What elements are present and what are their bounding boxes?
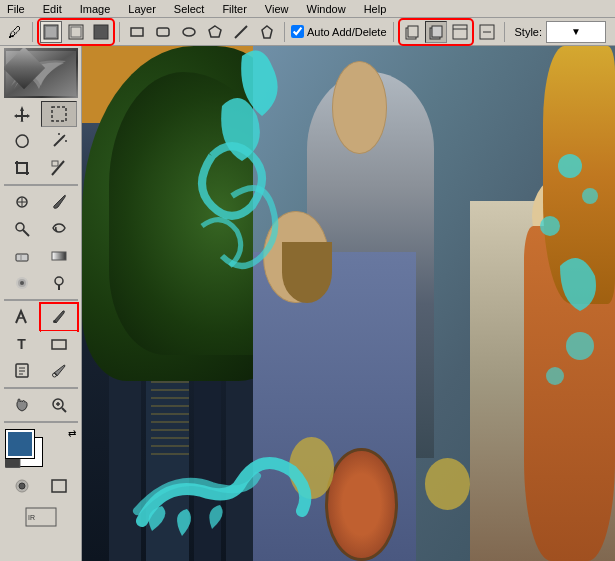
tool-row-6 [4, 243, 78, 269]
svg-rect-1 [46, 27, 56, 37]
auto-add-delete-label[interactable]: Auto Add/Delete [291, 25, 387, 38]
tool-row-hand [4, 392, 78, 418]
copy-btn-3[interactable] [449, 21, 471, 43]
tool-row-pen [4, 304, 78, 330]
drums-area [289, 355, 470, 561]
custom-shape-btn[interactable] [256, 21, 278, 43]
menu-bar: File Edit Image Layer Select Filter View… [0, 0, 615, 18]
menu-item-file[interactable]: File [4, 3, 28, 15]
tool-row-modes [4, 473, 78, 499]
magic-wand-btn[interactable] [41, 128, 77, 154]
svg-rect-3 [71, 27, 81, 37]
tool-row-3 [4, 155, 78, 181]
swap-colors-btn[interactable]: ⇄ [68, 428, 76, 439]
tool-row-4 [4, 189, 78, 215]
slice-tool-btn[interactable] [41, 155, 77, 181]
zoom-tool-btn[interactable] [41, 392, 77, 418]
extra-btn[interactable] [476, 21, 498, 43]
canvas-area [82, 46, 615, 561]
canvas-content [82, 46, 615, 561]
dodge-tool-btn[interactable] [41, 270, 77, 296]
menu-item-filter[interactable]: Filter [219, 3, 249, 15]
svg-rect-6 [157, 28, 169, 36]
svg-rect-20 [52, 107, 66, 121]
hand-tool-btn[interactable] [4, 392, 40, 418]
clone-stamp-btn[interactable] [4, 216, 40, 242]
svg-marker-8 [209, 26, 221, 37]
snare-drum [325, 448, 397, 561]
svg-point-35 [20, 281, 24, 285]
polygon-btn[interactable] [204, 21, 226, 43]
tool-row-7 [4, 270, 78, 296]
tool-row-2 [4, 128, 78, 154]
shape-tool-btn[interactable] [41, 331, 77, 357]
menu-item-select[interactable]: Select [171, 3, 208, 15]
lasso-tool-btn[interactable] [4, 128, 40, 154]
separator-tools-2 [4, 299, 78, 301]
line-btn[interactable] [230, 21, 252, 43]
style-dropdown-btn[interactable]: ▼ [546, 21, 606, 43]
svg-rect-4 [94, 25, 108, 39]
rounded-rect-btn[interactable] [152, 21, 174, 43]
ps-logo [4, 48, 78, 98]
jump-to-imageready-btn[interactable]: IR [4, 504, 78, 530]
main-layout: T [0, 46, 615, 561]
history-brush-btn[interactable] [41, 216, 77, 242]
shape-layers-btn[interactable] [40, 21, 62, 43]
quick-mask-btn[interactable] [4, 473, 40, 499]
cymbal-2 [425, 458, 470, 510]
svg-line-21 [54, 136, 64, 146]
pen-tool-btn[interactable] [41, 304, 77, 330]
svg-point-36 [55, 277, 63, 285]
separator-tools-1 [4, 184, 78, 186]
svg-rect-25 [52, 161, 58, 166]
menu-item-window[interactable]: Window [304, 3, 349, 15]
menu-item-image[interactable]: Image [77, 3, 114, 15]
svg-rect-5 [131, 28, 143, 36]
menu-item-layer[interactable]: Layer [125, 3, 159, 15]
blur-tool-btn[interactable] [4, 270, 40, 296]
svg-marker-19 [14, 106, 30, 122]
svg-rect-11 [408, 26, 418, 37]
auto-add-delete-checkbox[interactable] [291, 25, 304, 38]
svg-rect-14 [453, 25, 467, 39]
svg-rect-13 [432, 26, 442, 37]
screen-mode-btn[interactable] [41, 473, 77, 499]
healing-brush-btn[interactable] [4, 189, 40, 215]
eraser-btn[interactable] [4, 243, 40, 269]
rectangle-shape-btn[interactable] [126, 21, 148, 43]
pen-mode-icon[interactable]: 🖊 [4, 21, 26, 43]
tool-row-notes [4, 358, 78, 384]
cymbal [289, 437, 334, 499]
type-tool-btn[interactable]: T [4, 331, 40, 357]
saxophone [543, 46, 615, 304]
path-mode-group [39, 20, 113, 44]
svg-line-47 [62, 408, 66, 412]
crop-tool-btn[interactable] [4, 155, 40, 181]
toolbox: T [0, 46, 82, 561]
paths-btn[interactable] [65, 21, 87, 43]
eyedropper-btn[interactable] [41, 358, 77, 384]
menu-item-help[interactable]: Help [361, 3, 390, 15]
notes-tool-btn[interactable] [4, 358, 40, 384]
brush-tool-btn[interactable] [41, 189, 77, 215]
gradient-tool-btn[interactable] [41, 243, 77, 269]
fill-pixels-btn[interactable] [90, 21, 112, 43]
copy-btn-1[interactable] [401, 21, 423, 43]
separator-3 [284, 22, 285, 42]
move-tool-btn[interactable] [4, 101, 40, 127]
copy-btn-2[interactable] [425, 21, 447, 43]
svg-point-7 [183, 28, 195, 36]
tool-row-1 [4, 101, 78, 127]
menu-item-view[interactable]: View [262, 3, 292, 15]
menu-item-edit[interactable]: Edit [40, 3, 65, 15]
separator-2 [119, 22, 120, 42]
svg-rect-52 [52, 480, 66, 492]
foreground-color-swatch[interactable] [6, 430, 34, 458]
ellipse-btn[interactable] [178, 21, 200, 43]
separator-tools-3 [4, 387, 78, 389]
marquee-tool-btn[interactable] [41, 101, 77, 127]
svg-line-9 [235, 26, 247, 38]
path-select-btn[interactable] [4, 304, 40, 330]
style-label: Style: [515, 26, 543, 38]
